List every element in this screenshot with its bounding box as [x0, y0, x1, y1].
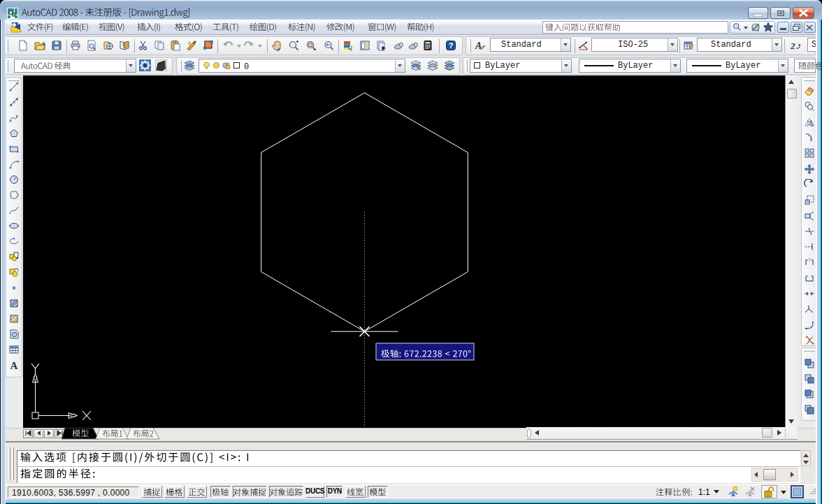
svg-text:2: 2 [791, 41, 795, 51]
svg-text:?: ? [448, 41, 453, 50]
svg-text:A: A [10, 360, 18, 371]
